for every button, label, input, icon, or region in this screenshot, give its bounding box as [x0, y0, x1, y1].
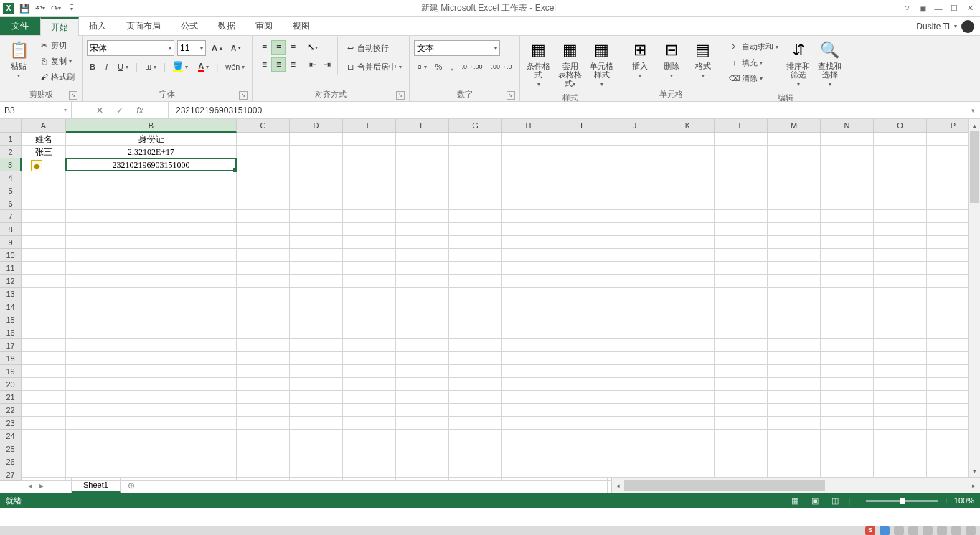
formula-bar-expand[interactable]: ▾ [966, 102, 980, 118]
cell-F21[interactable] [396, 391, 449, 404]
cell-L21[interactable] [715, 391, 768, 404]
cell-G10[interactable] [449, 249, 502, 262]
cell-E11[interactable] [343, 262, 396, 275]
cell-O14[interactable] [874, 300, 927, 313]
cell-H6[interactable] [502, 197, 555, 210]
cell-C4[interactable] [237, 171, 290, 184]
cell-C2[interactable] [237, 146, 290, 158]
cell-H13[interactable] [502, 288, 555, 300]
border-button[interactable]: ⊞▾ [142, 59, 159, 75]
cell-G2[interactable] [449, 146, 502, 158]
cell-C26[interactable] [237, 455, 290, 468]
row-header-27[interactable]: 27 [0, 468, 22, 481]
align-middle-button[interactable]: ≡ [271, 40, 286, 55]
cell-B26[interactable] [66, 455, 237, 468]
cell-A1[interactable]: 姓名 [22, 133, 66, 146]
cell-K12[interactable] [661, 275, 715, 288]
cell-O6[interactable] [874, 197, 927, 210]
cell-H22[interactable] [502, 404, 555, 417]
cell-D16[interactable] [290, 326, 343, 339]
comma-button[interactable]: , [448, 59, 456, 75]
cell-I20[interactable] [555, 378, 608, 391]
cell-F15[interactable] [396, 313, 449, 326]
cell-styles-button[interactable]: ▦单元格样式▾ [588, 37, 616, 91]
cell-M26[interactable] [768, 455, 821, 468]
cell-I18[interactable] [555, 352, 608, 365]
help-button[interactable]: ? [903, 4, 911, 13]
cell-M11[interactable] [768, 262, 821, 275]
cell-G6[interactable] [449, 197, 502, 210]
col-header-G[interactable]: G [449, 119, 502, 133]
number-launcher[interactable]: ↘ [507, 91, 515, 100]
cell-C22[interactable] [237, 404, 290, 417]
cell-L16[interactable] [715, 326, 768, 339]
decrease-font-button[interactable]: A▾ [228, 40, 244, 56]
cell-L3[interactable] [715, 158, 768, 171]
cell-O10[interactable] [874, 249, 927, 262]
cell-A9[interactable] [22, 236, 66, 249]
cell-C24[interactable] [237, 430, 290, 442]
cell-N2[interactable] [821, 146, 874, 158]
cell-O17[interactable] [874, 339, 927, 352]
cell-E16[interactable] [343, 326, 396, 339]
number-format-combo[interactable]: 文本▾ [414, 40, 500, 56]
cell-H1[interactable] [502, 133, 555, 146]
row-header-17[interactable]: 17 [0, 339, 22, 352]
percent-button[interactable]: % [433, 59, 446, 75]
cell-A5[interactable] [22, 184, 66, 197]
align-top-button[interactable]: ≡ [257, 40, 271, 55]
cell-D19[interactable] [290, 365, 343, 378]
cell-H4[interactable] [502, 171, 555, 184]
cell-F7[interactable] [396, 210, 449, 223]
cell-C9[interactable] [237, 236, 290, 249]
cell-F8[interactable] [396, 223, 449, 236]
cell-O18[interactable] [874, 352, 927, 365]
cell-G27[interactable] [449, 468, 502, 481]
cell-I5[interactable] [555, 184, 608, 197]
cell-D2[interactable] [290, 146, 343, 158]
cell-H9[interactable] [502, 236, 555, 249]
tray-icon[interactable] [966, 526, 976, 535]
cell-L25[interactable] [715, 442, 768, 455]
align-bottom-button[interactable]: ≡ [286, 40, 300, 55]
minimize-button[interactable]: — [934, 4, 943, 13]
cell-B5[interactable] [66, 184, 237, 197]
cell-K13[interactable] [661, 288, 715, 300]
cell-C20[interactable] [237, 378, 290, 391]
cell-E14[interactable] [343, 300, 396, 313]
zoom-slider[interactable] [866, 500, 938, 502]
cell-C6[interactable] [237, 197, 290, 210]
cell-M17[interactable] [768, 339, 821, 352]
row-header-5[interactable]: 5 [0, 184, 22, 197]
cell-K14[interactable] [661, 300, 715, 313]
cell-J3[interactable] [608, 158, 661, 171]
zoom-out-button[interactable]: − [856, 496, 860, 505]
indent-decrease-button[interactable]: ⇤ [306, 57, 320, 72]
cell-L10[interactable] [715, 249, 768, 262]
cell-M9[interactable] [768, 236, 821, 249]
cell-K26[interactable] [661, 455, 715, 468]
cell-F20[interactable] [396, 378, 449, 391]
row-header-9[interactable]: 9 [0, 236, 22, 249]
cell-G26[interactable] [449, 455, 502, 468]
cell-A16[interactable] [22, 326, 66, 339]
cell-J7[interactable] [608, 210, 661, 223]
increase-decimal-button[interactable]: .0→.00 [458, 59, 485, 75]
cell-N4[interactable] [821, 171, 874, 184]
align-left-button[interactable]: ≡ [257, 57, 271, 72]
underline-button[interactable]: U▾ [115, 59, 131, 75]
cell-D23[interactable] [290, 417, 343, 430]
copy-button[interactable]: ⎘复制▾ [36, 53, 77, 69]
cell-L24[interactable] [715, 430, 768, 442]
cell-O13[interactable] [874, 288, 927, 300]
col-header-C[interactable]: C [237, 119, 290, 133]
cell-B3[interactable]: 232102196903151000 [66, 158, 237, 171]
cell-M6[interactable] [768, 197, 821, 210]
col-header-O[interactable]: O [874, 119, 927, 133]
cell-M2[interactable] [768, 146, 821, 158]
cell-A21[interactable] [22, 391, 66, 404]
cell-L23[interactable] [715, 417, 768, 430]
cell-K6[interactable] [661, 197, 715, 210]
view-layout-button[interactable]: ▣ [808, 494, 822, 507]
user-name[interactable]: Dusite Ti [916, 22, 950, 32]
